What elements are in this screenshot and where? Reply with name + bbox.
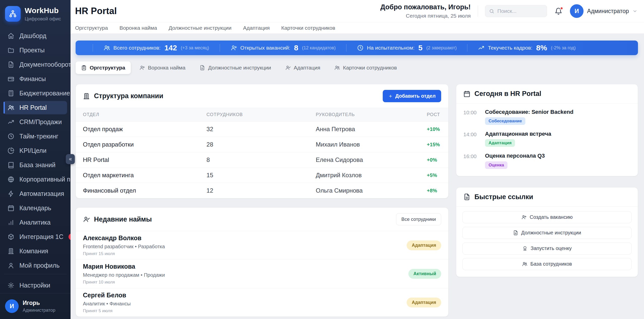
sidebar-item[interactable]: Календарь (4, 201, 67, 215)
table-row[interactable]: Отдел разработки 28 Михаил Иванов +15% (76, 137, 448, 152)
hire-item[interactable]: Мария Новикова Менеджер по продажам • Пр… (76, 260, 448, 288)
app-title: WorkHub (25, 6, 61, 15)
sidebar-item[interactable]: Корпоративный портал (4, 173, 67, 186)
quick-link-button[interactable]: Должностные инструкции (462, 227, 632, 239)
subsection-pills: Оргструктура Воронка найма Должностные и… (76, 61, 638, 74)
event-time: 10:00 (463, 109, 479, 116)
profile-menu[interactable]: И Администратор (570, 4, 637, 18)
hire-item[interactable]: Сергей Белов Аналитик • Финансы Принят 5… (76, 288, 448, 316)
tab[interactable]: Должностные инструкции (169, 25, 232, 31)
sidebar-item[interactable]: Бюджетирование NEW (4, 87, 67, 100)
user-plus-icon (231, 45, 237, 51)
sidebar-item[interactable]: Мой профиль (4, 259, 67, 270)
sidebar-item[interactable]: HR Portal (4, 101, 67, 114)
sidebar-item[interactable]: Аналитика (4, 216, 67, 229)
avatar: И (570, 4, 584, 18)
right-column: Сегодня в HR Portal 10:00 Собеседование:… (456, 84, 638, 277)
content: Всего сотрудников: 142 (+3 за месяц) Отк… (71, 34, 644, 319)
table-row[interactable]: Отдел продаж 32 Анна Петрова +10% (76, 122, 448, 137)
hire-info: Мария Новикова Менеджер по продажам • Пр… (83, 263, 165, 285)
tab[interactable]: Воронка найма (119, 25, 157, 31)
stat-item: На испытательном: 5 (2 завершают) (346, 44, 457, 52)
pill-tab[interactable]: Карточки сотрудников (329, 61, 402, 74)
avatar: И (5, 299, 19, 313)
calculator-icon (8, 90, 14, 97)
app-subtitle: Цифровой офис (25, 16, 61, 22)
table-row[interactable]: Финансовый отдел 12 Ольга Смирнова +8% (76, 183, 448, 198)
sidebar-collapse-button[interactable] (66, 154, 75, 164)
sidebar-item[interactable]: Автоматизация (4, 187, 67, 200)
event-item: 14:00 Адаптационная встреча Адаптация (456, 128, 638, 150)
sidebar-nav: Дашборд Проекты Документооборот NEW Фина… (0, 28, 71, 270)
sidebar-item[interactable]: Проекты (4, 44, 67, 57)
growth-value: +5% (427, 172, 441, 178)
zap-icon (8, 190, 14, 197)
wallet-icon (8, 76, 14, 82)
sidebar-settings-section: Настройки (0, 278, 71, 293)
column-dept: ОТДЕЛ (83, 112, 207, 117)
quick-link-button[interactable]: База сотрудников (462, 258, 632, 270)
app-logo: WorkHub Цифровой офис (0, 0, 71, 28)
events-list: 10:00 Собеседование: Senior Backend Собе… (456, 103, 638, 176)
sidebar-item[interactable]: Тайм-трекинг (4, 130, 67, 143)
clock-icon (8, 133, 14, 140)
sidebar-item[interactable]: Дашборд (4, 29, 67, 43)
stat-item: Текучесть кадров: 8% (-2% за год) (467, 44, 576, 52)
globe-icon (8, 176, 14, 183)
company-structure-card: Структура компании Добавить отдел ОТДЕЛ … (76, 84, 448, 198)
column-count: СОТРУДНИКОВ (207, 112, 316, 117)
event-time: 16:00 (463, 153, 479, 159)
sidebar-item[interactable]: CRM/Продажи (4, 115, 67, 129)
growth-value: +8% (427, 188, 441, 194)
dashboard-grid: Структура компании Добавить отдел ОТДЕЛ … (76, 84, 638, 317)
sidebar-item[interactable]: База знаний (4, 158, 67, 172)
pill-tab[interactable]: Должностные инструкции (194, 61, 277, 74)
quick-link-button[interactable]: Создать вакансию (462, 211, 632, 223)
gear-icon (8, 282, 14, 289)
event-title: Оценка персонала Q3 (485, 153, 545, 159)
pie-chart-icon (8, 147, 14, 154)
calendar-icon (463, 90, 470, 97)
sidebar-item[interactable]: Финансы (4, 72, 67, 86)
user-icon (8, 262, 14, 269)
sidebar-item-settings[interactable]: Настройки (4, 279, 67, 292)
main-area: HR Portal Добро пожаловать, Игорь! Сегод… (71, 0, 644, 319)
tab[interactable]: Карточки сотрудников (281, 25, 335, 31)
pill-tab[interactable]: Оргструктура (76, 61, 131, 74)
table-row[interactable]: HR Portal 8 Елена Сидорова +0% (76, 152, 448, 168)
hire-item[interactable]: Александр Волков Frontend разработчик • … (76, 231, 448, 260)
notifications-button[interactable] (555, 7, 562, 15)
growth-value: +10% (427, 126, 441, 132)
bar-chart-icon (8, 219, 14, 226)
table-header: ОТДЕЛ СОТРУДНИКОВ РУКОВОДИТЕЛЬ РОСТ (76, 108, 448, 122)
pill-tab[interactable]: Воронка найма (134, 61, 191, 74)
sidebar-item[interactable]: Компания (4, 244, 67, 258)
topbar-right: Добро пожаловать, Игорь! Сегодня пятница… (380, 3, 637, 19)
users-icon (334, 65, 340, 70)
tab[interactable]: Адаптация (243, 25, 270, 31)
sidebar-item[interactable]: Документооборот NEW (4, 58, 67, 71)
clock-icon (357, 45, 364, 51)
user-role: Администратор (23, 308, 55, 313)
quick-links-card: Быстрые ссылки Создать вакансию (456, 187, 638, 277)
tab[interactable]: Оргструктура (75, 25, 108, 31)
search-input[interactable] (497, 8, 543, 14)
all-employees-button[interactable]: Все сотрудники (396, 213, 441, 225)
event-item: 16:00 Оценка персонала Q3 Оценка (456, 150, 638, 172)
event-tag: Оценка (485, 161, 507, 169)
trending-up-icon (8, 119, 14, 125)
trending-up-icon (478, 45, 485, 51)
add-department-button[interactable]: Добавить отдел (383, 90, 441, 102)
page-title: HR Portal (75, 6, 117, 16)
sidebar-user[interactable]: И Игорь Администратор (0, 293, 71, 319)
table-row[interactable]: Отдел маркетинга 15 Дмитрий Козлов +5% (76, 168, 448, 183)
sidebar-item[interactable]: Интеграция 1С NEW (4, 230, 67, 243)
status-badge: Адаптация (407, 240, 441, 250)
notification-dot (560, 7, 563, 10)
pill-tab[interactable]: Адаптация (280, 61, 326, 74)
users-icon (8, 104, 14, 111)
sidebar-item[interactable]: KPI/Цели (4, 144, 67, 157)
growth-value: +0% (427, 157, 441, 163)
quick-link-button[interactable]: Запустить оценку (462, 242, 632, 255)
column-manager: РУКОВОДИТЕЛЬ (316, 112, 427, 117)
